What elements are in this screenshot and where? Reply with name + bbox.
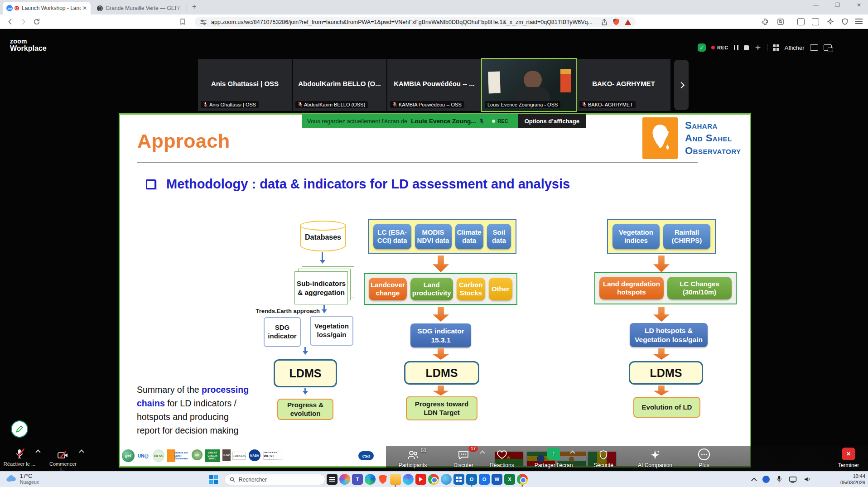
participant-name: Anis Ghattassi | OSS bbox=[198, 80, 292, 87]
popout-view-icon[interactable] bbox=[824, 44, 832, 51]
share-icon[interactable] bbox=[600, 18, 608, 26]
stop-recording-icon[interactable] bbox=[744, 45, 749, 50]
sidebar-icon[interactable] bbox=[797, 18, 805, 25]
ldms-box-right: LDMS bbox=[629, 361, 703, 385]
menu-icon[interactable] bbox=[855, 19, 863, 19]
taskbar-search[interactable]: Rechercher bbox=[224, 474, 325, 485]
back-icon[interactable] bbox=[6, 18, 14, 26]
leo-ai-icon[interactable] bbox=[826, 18, 834, 26]
security-button[interactable]: Sécurité bbox=[582, 448, 625, 468]
teams-status-icon[interactable] bbox=[762, 476, 770, 483]
start-video-label: Commencer l... bbox=[49, 461, 77, 472]
weather-widget[interactable]: 17°C Nuageux bbox=[5, 473, 39, 485]
participant-tile[interactable]: AbdoulKarim BELLO (O... AbdoulKarim BELL… bbox=[293, 59, 386, 111]
unmute-button[interactable]: Réactiver le ... bbox=[3, 448, 36, 472]
share-screen-button[interactable]: ↑ Partager l’écran bbox=[532, 448, 575, 468]
reload-icon[interactable] bbox=[33, 18, 41, 26]
taskbar-app-icon[interactable]: O bbox=[466, 474, 477, 485]
next-participants-button[interactable] bbox=[674, 60, 689, 110]
view-button[interactable]: Afficher bbox=[785, 44, 805, 51]
taskbar-app-icon[interactable] bbox=[339, 474, 350, 485]
partner-logo: AU bbox=[192, 449, 203, 460]
brave-shield-icon[interactable]: 1 bbox=[613, 19, 619, 25]
taskbar-app-icon[interactable] bbox=[390, 474, 401, 485]
tab-recording-icon bbox=[14, 6, 19, 10]
participant-tile[interactable]: KAMBIA Pouwédéou -- ... KAMBIA Pouwédéou… bbox=[387, 59, 481, 111]
mid-sources-group: LC (ESA-CCI) dataMODIS NDVI dataClimate … bbox=[368, 219, 516, 254]
participant-tile[interactable]: Louis Evence Zoungrana - OSS bbox=[482, 59, 576, 111]
cast-icon[interactable] bbox=[789, 476, 797, 483]
participant-tile[interactable]: Anis Ghattassi | OSS Anis Ghattassi | OS… bbox=[198, 59, 292, 111]
window-close-button[interactable]: ✕ bbox=[857, 2, 861, 8]
taskbar-app-icon[interactable] bbox=[327, 474, 338, 485]
rec-dot-icon bbox=[711, 46, 715, 49]
leave-button[interactable]: ✕ Terminer bbox=[833, 448, 864, 468]
flow-arrow-orange bbox=[653, 256, 670, 272]
reactions-label: Réactions bbox=[490, 462, 514, 468]
presentation-slide: Approach Methodology : data & indicators… bbox=[120, 115, 750, 466]
participant-label: Anis Ghattassi | OSS bbox=[201, 101, 259, 108]
taskbar-app-icon[interactable]: T bbox=[352, 474, 363, 485]
data-source-box: Soil data bbox=[487, 224, 511, 249]
url-bar[interactable]: app.zoom.us/wc/84710753286/join?ref_from… bbox=[195, 17, 636, 27]
minimize-view-icon[interactable] bbox=[810, 44, 818, 51]
taskbar-app-icon[interactable] bbox=[453, 474, 464, 485]
chat-button[interactable]: 17 Discuter bbox=[442, 448, 485, 468]
tray-chevron-icon[interactable] bbox=[751, 477, 757, 483]
taskbar-app-icon[interactable]: X bbox=[504, 474, 515, 485]
chevron-up-icon[interactable] bbox=[35, 449, 40, 454]
slide-heading: Methodology : data & indicators for LD a… bbox=[166, 177, 570, 192]
display-options-button[interactable]: Options d’affichage bbox=[518, 114, 586, 128]
start-video-button[interactable]: Commencer l... bbox=[46, 448, 80, 472]
gallery-view-icon[interactable] bbox=[773, 44, 779, 51]
taskbar-app-icon[interactable]: W bbox=[492, 474, 502, 485]
chevron-up-icon[interactable] bbox=[79, 449, 84, 454]
window-maximize-button[interactable]: ❐ bbox=[835, 2, 840, 8]
url-text[interactable]: app.zoom.us/wc/84710753286/join?ref_from… bbox=[211, 19, 600, 25]
start-button[interactable] bbox=[209, 475, 218, 484]
chevron-up-icon[interactable] bbox=[570, 450, 575, 455]
extension-icon[interactable] bbox=[761, 18, 769, 26]
taskbar-app-icon[interactable] bbox=[517, 474, 528, 485]
sdg-indicator-box: SDG indicator bbox=[264, 317, 301, 347]
taskbar-app-icon[interactable] bbox=[365, 474, 376, 485]
new-tab-button[interactable]: + bbox=[192, 3, 196, 11]
speaker-icon[interactable] bbox=[803, 476, 811, 483]
ai-companion-button[interactable]: AI Companion bbox=[633, 448, 677, 468]
pause-recording-icon[interactable] bbox=[734, 45, 738, 50]
taskbar-app-icon[interactable] bbox=[403, 474, 414, 485]
tab-grande-muraille[interactable]: Grande Muraille Verte — GEF/PNUE bbox=[93, 2, 184, 14]
reactions-button[interactable]: Réactions bbox=[480, 448, 524, 468]
tray-mic-icon[interactable] bbox=[776, 475, 782, 483]
taskbar-app-icon[interactable] bbox=[415, 474, 426, 485]
forward-icon[interactable] bbox=[19, 18, 27, 26]
site-settings-icon[interactable] bbox=[199, 18, 207, 26]
brave-rewards-icon[interactable] bbox=[625, 19, 631, 25]
progress-evolution-box: Progress & evolution bbox=[277, 399, 333, 420]
reading-list-icon[interactable] bbox=[812, 18, 819, 25]
screen: zm Launch Workshop - Land Deg ✕ Grande M… bbox=[0, 0, 868, 487]
bookmark-icon[interactable] bbox=[178, 18, 187, 26]
video-poster bbox=[560, 69, 571, 92]
taskbar-app-icon[interactable] bbox=[428, 474, 439, 485]
more-button[interactable]: Plus bbox=[682, 448, 726, 468]
clock-time: 10:44 bbox=[830, 473, 865, 479]
window-minimize-button[interactable]: — bbox=[813, 2, 819, 8]
muted-mic-icon bbox=[582, 102, 586, 107]
taskbar-app-icon[interactable] bbox=[377, 474, 388, 485]
encryption-shield-icon[interactable]: ✓ bbox=[698, 43, 706, 52]
ldn-target-box: Progress toward LDN Target bbox=[406, 396, 477, 420]
participants-label: Participants bbox=[399, 462, 427, 468]
annotate-button[interactable] bbox=[11, 420, 28, 438]
taskbar-clock[interactable]: 10:44 05/03/2026 bbox=[830, 473, 865, 486]
taskbar-app-icon[interactable]: O bbox=[479, 474, 490, 485]
tab-zoom-meeting[interactable]: zm Launch Workshop - Land Deg ✕ bbox=[3, 2, 91, 14]
taskbar-app-icon[interactable] bbox=[441, 474, 452, 485]
ai-sparkle-icon[interactable] bbox=[754, 44, 762, 51]
search-page-icon[interactable] bbox=[776, 18, 785, 26]
running-indicator bbox=[521, 485, 523, 487]
participants-button[interactable]: 50 Participants bbox=[391, 448, 434, 468]
vpn-icon[interactable] bbox=[841, 18, 849, 26]
participant-tile[interactable]: BAKO- AGRHYMET BAKO- AGRHYMET bbox=[577, 59, 670, 111]
tab-close-icon[interactable]: ✕ bbox=[82, 5, 87, 11]
